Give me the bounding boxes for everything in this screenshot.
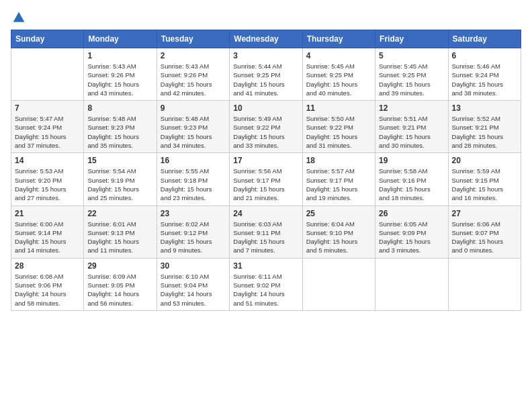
day-info: Sunrise: 5:43 AM Sunset: 9:26 PM Dayligh… <box>161 62 226 97</box>
day-info: Sunrise: 5:51 AM Sunset: 9:21 PM Dayligh… <box>379 114 444 150</box>
day-info: Sunrise: 5:55 AM Sunset: 9:18 PM Dayligh… <box>161 167 226 202</box>
day-number: 30 <box>161 261 226 271</box>
day-info: Sunrise: 5:48 AM Sunset: 9:23 PM Dayligh… <box>161 114 226 150</box>
day-info: Sunrise: 5:52 AM Sunset: 9:21 PM Dayligh… <box>452 114 517 150</box>
calendar-cell: 29Sunrise: 6:09 AM Sunset: 9:05 PM Dayli… <box>84 258 157 310</box>
calendar-body: 1Sunrise: 5:43 AM Sunset: 9:26 PM Daylig… <box>11 48 521 311</box>
day-info: Sunrise: 5:43 AM Sunset: 9:26 PM Dayligh… <box>87 62 152 97</box>
calendar-cell: 25Sunrise: 6:04 AM Sunset: 9:10 PM Dayli… <box>302 205 375 258</box>
week-row-5: 28Sunrise: 6:08 AM Sunset: 9:06 PM Dayli… <box>11 258 521 310</box>
day-number: 14 <box>15 156 80 165</box>
calendar-cell <box>302 258 375 310</box>
day-number: 24 <box>233 209 298 218</box>
calendar-cell: 30Sunrise: 6:10 AM Sunset: 9:04 PM Dayli… <box>157 258 229 310</box>
day-info: Sunrise: 6:04 AM Sunset: 9:10 PM Dayligh… <box>306 220 371 255</box>
day-number: 10 <box>233 103 298 113</box>
day-number: 18 <box>306 156 371 165</box>
calendar-table: SundayMondayTuesdayWednesdayThursdayFrid… <box>11 30 521 311</box>
day-info: Sunrise: 5:54 AM Sunset: 9:19 PM Dayligh… <box>87 167 152 202</box>
week-row-3: 14Sunrise: 5:53 AM Sunset: 9:20 PM Dayli… <box>11 153 521 205</box>
day-info: Sunrise: 5:53 AM Sunset: 9:20 PM Dayligh… <box>15 167 80 202</box>
calendar-cell: 24Sunrise: 6:03 AM Sunset: 9:11 PM Dayli… <box>230 205 302 258</box>
calendar-cell: 31Sunrise: 6:11 AM Sunset: 9:02 PM Dayli… <box>230 258 302 310</box>
day-number: 8 <box>87 103 152 113</box>
calendar-cell: 7Sunrise: 5:47 AM Sunset: 9:24 PM Daylig… <box>11 101 84 153</box>
day-info: Sunrise: 6:02 AM Sunset: 9:12 PM Dayligh… <box>161 220 226 255</box>
calendar-cell: 14Sunrise: 5:53 AM Sunset: 9:20 PM Dayli… <box>11 153 84 205</box>
day-number: 5 <box>379 51 444 60</box>
day-number: 15 <box>87 156 152 165</box>
day-number: 17 <box>233 156 298 165</box>
day-info: Sunrise: 6:10 AM Sunset: 9:04 PM Dayligh… <box>161 272 226 308</box>
column-header-saturday: Saturday <box>448 30 521 48</box>
day-number: 16 <box>161 156 226 165</box>
week-row-4: 21Sunrise: 6:00 AM Sunset: 9:14 PM Dayli… <box>11 205 521 258</box>
calendar-cell: 16Sunrise: 5:55 AM Sunset: 9:18 PM Dayli… <box>157 153 229 205</box>
day-number: 23 <box>161 209 226 218</box>
calendar-header-row: SundayMondayTuesdayWednesdayThursdayFrid… <box>11 30 521 48</box>
day-number: 13 <box>452 103 517 113</box>
day-info: Sunrise: 5:45 AM Sunset: 9:25 PM Dayligh… <box>306 62 371 97</box>
day-number: 6 <box>452 51 517 60</box>
calendar-cell: 9Sunrise: 5:48 AM Sunset: 9:23 PM Daylig… <box>157 101 229 153</box>
calendar-cell: 5Sunrise: 5:45 AM Sunset: 9:25 PM Daylig… <box>375 48 448 101</box>
day-number: 9 <box>161 103 226 113</box>
column-header-tuesday: Tuesday <box>157 30 229 48</box>
calendar-cell: 17Sunrise: 5:56 AM Sunset: 9:17 PM Dayli… <box>230 153 302 205</box>
calendar-cell: 27Sunrise: 6:06 AM Sunset: 9:07 PM Dayli… <box>448 205 521 258</box>
week-row-2: 7Sunrise: 5:47 AM Sunset: 9:24 PM Daylig… <box>11 101 521 153</box>
day-info: Sunrise: 6:00 AM Sunset: 9:14 PM Dayligh… <box>15 220 80 255</box>
calendar-cell: 2Sunrise: 5:43 AM Sunset: 9:26 PM Daylig… <box>157 48 229 101</box>
calendar-cell: 28Sunrise: 6:08 AM Sunset: 9:06 PM Dayli… <box>11 258 84 310</box>
calendar-cell: 4Sunrise: 5:45 AM Sunset: 9:25 PM Daylig… <box>302 48 375 101</box>
day-number: 3 <box>233 51 298 60</box>
day-number: 27 <box>452 209 517 218</box>
calendar-cell: 22Sunrise: 6:01 AM Sunset: 9:13 PM Dayli… <box>84 205 157 258</box>
day-info: Sunrise: 6:06 AM Sunset: 9:07 PM Dayligh… <box>452 220 517 255</box>
logo <box>11 11 26 24</box>
day-number: 20 <box>452 156 517 165</box>
day-info: Sunrise: 6:01 AM Sunset: 9:13 PM Dayligh… <box>87 220 152 255</box>
calendar-cell: 21Sunrise: 6:00 AM Sunset: 9:14 PM Dayli… <box>11 205 84 258</box>
calendar-cell: 11Sunrise: 5:50 AM Sunset: 9:22 PM Dayli… <box>302 101 375 153</box>
day-number: 7 <box>15 103 80 113</box>
day-number: 31 <box>233 261 298 271</box>
calendar-cell: 10Sunrise: 5:49 AM Sunset: 9:22 PM Dayli… <box>230 101 302 153</box>
calendar-cell: 19Sunrise: 5:58 AM Sunset: 9:16 PM Dayli… <box>375 153 448 205</box>
calendar-cell: 1Sunrise: 5:43 AM Sunset: 9:26 PM Daylig… <box>84 48 157 101</box>
calendar-cell: 15Sunrise: 5:54 AM Sunset: 9:19 PM Dayli… <box>84 153 157 205</box>
day-number: 2 <box>161 51 226 60</box>
day-info: Sunrise: 6:05 AM Sunset: 9:09 PM Dayligh… <box>379 220 444 255</box>
day-number: 4 <box>306 51 371 60</box>
day-info: Sunrise: 6:09 AM Sunset: 9:05 PM Dayligh… <box>87 272 152 308</box>
day-number: 1 <box>87 51 152 60</box>
day-info: Sunrise: 5:44 AM Sunset: 9:25 PM Dayligh… <box>233 62 298 97</box>
calendar-cell: 6Sunrise: 5:46 AM Sunset: 9:24 PM Daylig… <box>448 48 521 101</box>
column-header-thursday: Thursday <box>302 30 375 48</box>
calendar-cell <box>448 258 521 310</box>
day-info: Sunrise: 6:03 AM Sunset: 9:11 PM Dayligh… <box>233 220 298 255</box>
calendar-cell <box>11 48 84 101</box>
day-info: Sunrise: 5:59 AM Sunset: 9:15 PM Dayligh… <box>452 167 517 202</box>
day-info: Sunrise: 5:45 AM Sunset: 9:25 PM Dayligh… <box>379 62 444 97</box>
day-info: Sunrise: 5:49 AM Sunset: 9:22 PM Dayligh… <box>233 114 298 150</box>
calendar-cell <box>375 258 448 310</box>
calendar-cell: 20Sunrise: 5:59 AM Sunset: 9:15 PM Dayli… <box>448 153 521 205</box>
calendar-cell: 12Sunrise: 5:51 AM Sunset: 9:21 PM Dayli… <box>375 101 448 153</box>
week-row-1: 1Sunrise: 5:43 AM Sunset: 9:26 PM Daylig… <box>11 48 521 101</box>
day-number: 19 <box>379 156 444 165</box>
day-number: 29 <box>87 261 152 271</box>
day-number: 28 <box>15 261 80 271</box>
calendar-cell: 3Sunrise: 5:44 AM Sunset: 9:25 PM Daylig… <box>230 48 302 101</box>
day-info: Sunrise: 5:48 AM Sunset: 9:23 PM Dayligh… <box>87 114 152 150</box>
day-number: 21 <box>15 209 80 218</box>
calendar-cell: 26Sunrise: 6:05 AM Sunset: 9:09 PM Dayli… <box>375 205 448 258</box>
column-header-friday: Friday <box>375 30 448 48</box>
svg-marker-0 <box>13 12 25 22</box>
day-info: Sunrise: 6:11 AM Sunset: 9:02 PM Dayligh… <box>233 272 298 308</box>
calendar-cell: 13Sunrise: 5:52 AM Sunset: 9:21 PM Dayli… <box>448 101 521 153</box>
day-number: 26 <box>379 209 444 218</box>
logo-icon <box>12 11 26 24</box>
day-info: Sunrise: 5:47 AM Sunset: 9:24 PM Dayligh… <box>15 114 80 150</box>
day-info: Sunrise: 6:08 AM Sunset: 9:06 PM Dayligh… <box>15 272 80 308</box>
